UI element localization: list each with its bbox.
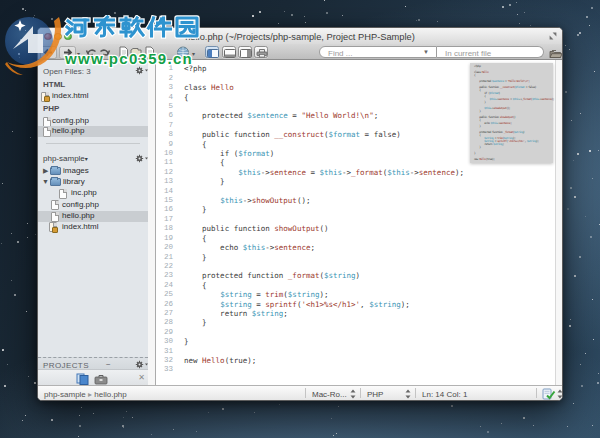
svg-text:www.pc0359.cn: www.pc0359.cn [64,50,193,67]
